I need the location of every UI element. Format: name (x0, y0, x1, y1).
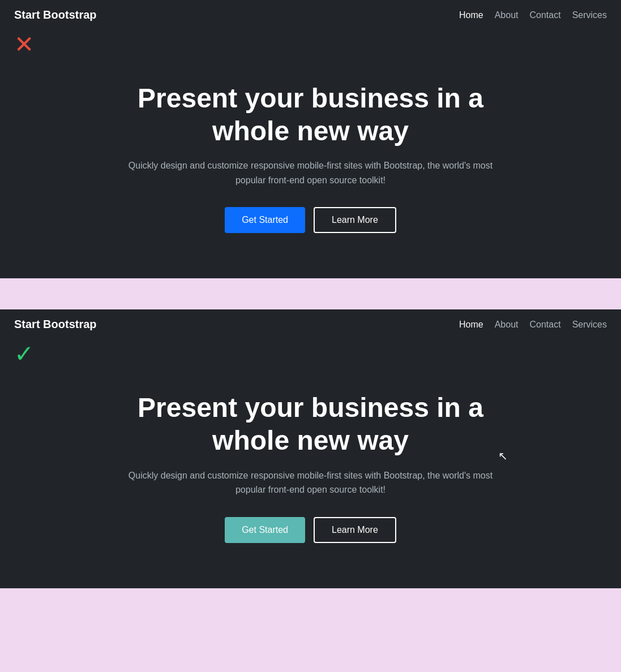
nav-contact-1[interactable]: Contact (530, 10, 561, 20)
navbar-1: Start Bootstrap Home About Contact Servi… (0, 0, 621, 30)
bottom-gap (0, 588, 621, 645)
hero-buttons-1: Get Started Learn More (124, 207, 498, 233)
brand-1[interactable]: Start Bootstrap (14, 8, 97, 21)
cursor-indicator: ↖ (498, 449, 508, 463)
nav-1: Home About Contact Services (459, 10, 607, 20)
nav-about-1[interactable]: About (495, 10, 519, 20)
hero-title-2: Present your business in a whole new way (124, 391, 498, 456)
get-started-button-1[interactable]: Get Started (225, 207, 305, 233)
nav-about-2[interactable]: About (495, 320, 519, 329)
hero-buttons-2: Get Started Learn More (124, 517, 498, 543)
section-1: Start Bootstrap Home About Contact Servi… (0, 0, 621, 278)
brand-2[interactable]: Start Bootstrap (14, 318, 97, 331)
hero-subtitle-2: Quickly design and customize responsive … (124, 468, 498, 497)
section-2: Start Bootstrap Home About Contact Servi… (0, 309, 621, 588)
nav-services-2[interactable]: Services (572, 320, 607, 329)
navbar-2: Start Bootstrap Home About Contact Servi… (0, 309, 621, 339)
nav-home-1[interactable]: Home (459, 10, 483, 20)
page-wrapper: Start Bootstrap Home About Contact Servi… (0, 0, 621, 645)
nav-contact-2[interactable]: Contact (530, 320, 561, 329)
learn-more-button-1[interactable]: Learn More (314, 207, 396, 233)
hero-2: ↖ Present your business in a whole new w… (113, 369, 509, 554)
nav-2: Home About Contact Services (459, 320, 607, 330)
section-gap (0, 278, 621, 309)
get-started-button-2[interactable]: Get Started (225, 517, 305, 543)
hero-subtitle-1: Quickly design and customize responsive … (124, 158, 498, 187)
nav-services-1[interactable]: Services (572, 10, 607, 20)
hero-1: Present your business in a whole new way… (113, 59, 509, 244)
learn-more-button-2[interactable]: Learn More (314, 517, 396, 543)
success-icon: ✓ (0, 339, 621, 369)
error-icon: ✕ (0, 30, 621, 59)
nav-home-2[interactable]: Home (459, 320, 483, 329)
hero-title-1: Present your business in a whole new way (124, 82, 498, 147)
